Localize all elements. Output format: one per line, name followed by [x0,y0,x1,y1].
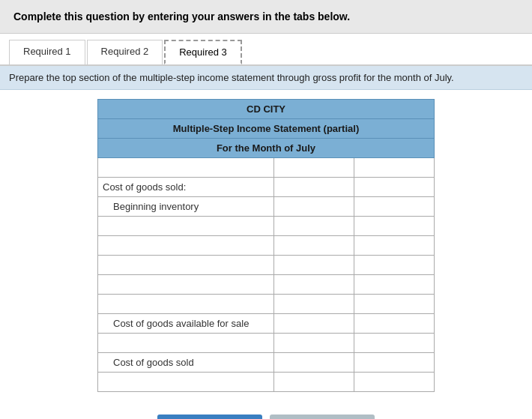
table-row [98,217,435,236]
sub-instruction: Prepare the top section of the multiple-… [0,66,532,90]
table-row [98,275,435,295]
table-row: Cost of goods sold: [98,178,435,197]
tab-required2[interactable]: Required 2 [87,40,163,64]
income-table: CD CITY Multiple-Step Income Statement (… [97,99,435,392]
table-row [98,334,435,353]
table-row [98,295,435,314]
income-table-wrapper: CD CITY Multiple-Step Income Statement (… [97,99,435,392]
table-row [98,236,435,256]
table-row: Cost of goods available for sale [98,314,435,334]
tab-required1[interactable]: Required 1 [9,40,85,64]
tabs-bar: Required 1 Required 2 Required 3 [0,34,532,66]
footer-nav: < Required 2 Required 3 > [15,407,517,419]
table-header-subtitle: Multiple-Step Income Statement (partial) [98,119,435,139]
table-row [98,256,435,275]
table-row: Beginning inventory [98,197,435,217]
table-row: Cost of goods sold [98,353,435,373]
next-button: Required 3 > [270,415,375,419]
table-header-period: For the Month of July [98,139,435,158]
table-header-title: CD CITY [98,100,435,119]
table-row [98,158,435,178]
top-instruction: Complete this question by entering your … [0,0,532,34]
prev-button[interactable]: < Required 2 [157,415,262,419]
content-area: CD CITY Multiple-Step Income Statement (… [0,90,532,419]
tab-required3[interactable]: Required 3 [164,40,242,64]
table-row [98,373,435,392]
